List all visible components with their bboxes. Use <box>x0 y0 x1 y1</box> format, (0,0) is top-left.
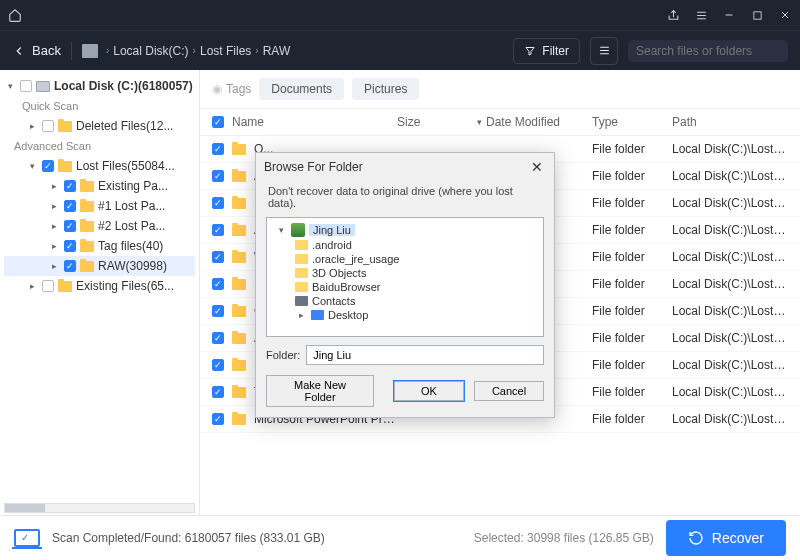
row-path: Local Disk(C:)\Lost F... <box>672 385 788 399</box>
tag-chip-pictures[interactable]: Pictures <box>352 78 419 100</box>
folder-icon <box>232 279 246 290</box>
col-date[interactable]: ▾Date Modified <box>477 115 592 129</box>
row-path: Local Disk(C:)\Lost F... <box>672 250 788 264</box>
footer: ✓ Scan Completed/Found: 6180057 files (8… <box>0 515 800 560</box>
crumb-seg[interactable]: Local Disk(C:) <box>113 44 188 58</box>
checkbox[interactable]: ✓ <box>212 251 224 263</box>
crumb-seg[interactable]: Lost Files <box>200 44 251 58</box>
cancel-button[interactable]: Cancel <box>474 381 544 401</box>
checkbox[interactable] <box>42 280 54 292</box>
row-type: File folder <box>592 196 672 210</box>
col-name[interactable]: Name <box>232 115 264 129</box>
crumb-seg[interactable]: RAW <box>263 44 291 58</box>
checkbox[interactable]: ✓ <box>64 240 76 252</box>
checkbox[interactable]: ✓ <box>212 224 224 236</box>
minimize-icon[interactable] <box>722 8 736 22</box>
browse-folder-dialog: Browse For Folder✕ Don't recover data to… <box>255 152 555 418</box>
folder-icon <box>295 240 308 250</box>
sidebar-item-existingfiles[interactable]: ▸Existing Files(65... <box>4 276 195 296</box>
row-type: File folder <box>592 169 672 183</box>
folder-icon <box>232 387 246 398</box>
sidebar-item-tagfiles[interactable]: ▸✓Tag files(40) <box>4 236 195 256</box>
checkbox[interactable]: ✓ <box>64 200 76 212</box>
tag-chip-documents[interactable]: Documents <box>259 78 344 100</box>
recover-button[interactable]: Recover <box>666 520 786 556</box>
sidebar-root[interactable]: ▾Local Disk (C:)(6180057) <box>4 76 195 96</box>
row-path: Local Disk(C:)\Lost F... <box>672 277 788 291</box>
col-path[interactable]: Path <box>672 115 788 129</box>
tree-item[interactable]: ▸Desktop <box>273 308 537 322</box>
checkbox[interactable]: ✓ <box>212 413 224 425</box>
row-path: Local Disk(C:)\Lost F... <box>672 169 788 183</box>
col-size[interactable]: Size <box>397 115 477 129</box>
checkbox[interactable]: ✓ <box>212 359 224 371</box>
tree-item-label: BaiduBrowser <box>312 281 380 293</box>
tree-item[interactable]: .oracle_jre_usage <box>273 252 537 266</box>
sidebar-item-raw[interactable]: ▸✓RAW(30998) <box>4 256 195 276</box>
sidebar-item-existingpa[interactable]: ▸✓Existing Pa... <box>4 176 195 196</box>
row-path: Local Disk(C:)\Lost F... <box>672 331 788 345</box>
checkbox[interactable]: ✓ <box>212 386 224 398</box>
sidebar-item-lostpa2[interactable]: ▸✓#2 Lost Pa... <box>4 216 195 236</box>
checkbox[interactable]: ✓ <box>212 332 224 344</box>
desktop-icon <box>311 310 324 320</box>
view-list-button[interactable] <box>590 37 618 65</box>
back-button[interactable]: Back <box>12 43 61 58</box>
checkbox[interactable] <box>42 120 54 132</box>
folder-icon <box>80 241 94 252</box>
folder-icon <box>295 282 308 292</box>
tree-item-label: .oracle_jre_usage <box>312 253 399 265</box>
checkbox[interactable]: ✓ <box>64 180 76 192</box>
checkbox[interactable]: ✓ <box>212 197 224 209</box>
ok-button[interactable]: OK <box>394 381 464 401</box>
tree-item[interactable]: .android <box>273 238 537 252</box>
row-type: File folder <box>592 142 672 156</box>
horizontal-scrollbar[interactable] <box>4 503 195 513</box>
tree-user[interactable]: Jing Liu <box>309 224 355 236</box>
row-type: File folder <box>592 358 672 372</box>
tree-item[interactable]: Contacts <box>273 294 537 308</box>
checkbox[interactable]: ✓ <box>64 260 76 272</box>
maximize-icon[interactable] <box>750 8 764 22</box>
checkbox[interactable]: ✓ <box>42 160 54 172</box>
tree-item[interactable]: BaiduBrowser <box>273 280 537 294</box>
row-type: File folder <box>592 331 672 345</box>
share-icon[interactable] <box>666 8 680 22</box>
menu-icon[interactable] <box>694 8 708 22</box>
checkbox[interactable]: ✓ <box>212 170 224 182</box>
sidebar-item-lostpa1[interactable]: ▸✓#1 Lost Pa... <box>4 196 195 216</box>
search-box[interactable] <box>628 40 788 62</box>
checkbox[interactable]: ✓ <box>64 220 76 232</box>
select-all-checkbox[interactable]: ✓ <box>212 116 224 128</box>
home-icon[interactable] <box>8 8 22 22</box>
make-new-folder-button[interactable]: Make New Folder <box>266 375 374 407</box>
search-input[interactable] <box>636 44 786 58</box>
sidebar-item-lostfiles[interactable]: ▾✓Lost Files(55084... <box>4 156 195 176</box>
close-icon[interactable] <box>778 8 792 22</box>
sidebar-item-label: Deleted Files(12... <box>76 119 173 133</box>
close-icon[interactable]: ✕ <box>528 159 546 175</box>
checkbox[interactable]: ✓ <box>212 143 224 155</box>
row-path: Local Disk(C:)\Lost F... <box>672 223 788 237</box>
folder-icon <box>232 171 246 182</box>
sidebar-section-label: Advanced Scan <box>4 136 195 156</box>
filter-button[interactable]: Filter <box>513 38 580 64</box>
folder-icon <box>232 144 246 155</box>
tree-item[interactable]: 3D Objects <box>273 266 537 280</box>
row-type: File folder <box>592 385 672 399</box>
folder-input[interactable] <box>306 345 544 365</box>
titlebar <box>0 0 800 30</box>
checkbox[interactable]: ✓ <box>212 278 224 290</box>
tag-bar: ◉Tags Documents Pictures <box>200 70 800 109</box>
filter-label: Filter <box>542 44 569 58</box>
folder-tree[interactable]: ▾Jing Liu .android.oracle_jre_usage3D Ob… <box>266 217 544 337</box>
row-path: Local Disk(C:)\Lost F... <box>672 196 788 210</box>
folder-icon <box>295 268 308 278</box>
checkbox[interactable] <box>20 80 32 92</box>
row-path: Local Disk(C:)\Lost F... <box>672 412 788 426</box>
sidebar-item-deleted[interactable]: ▸Deleted Files(12... <box>4 116 195 136</box>
checkbox[interactable]: ✓ <box>212 305 224 317</box>
folder-icon <box>232 333 246 344</box>
row-path: Local Disk(C:)\Lost Fi... <box>672 142 788 156</box>
col-type[interactable]: Type <box>592 115 672 129</box>
